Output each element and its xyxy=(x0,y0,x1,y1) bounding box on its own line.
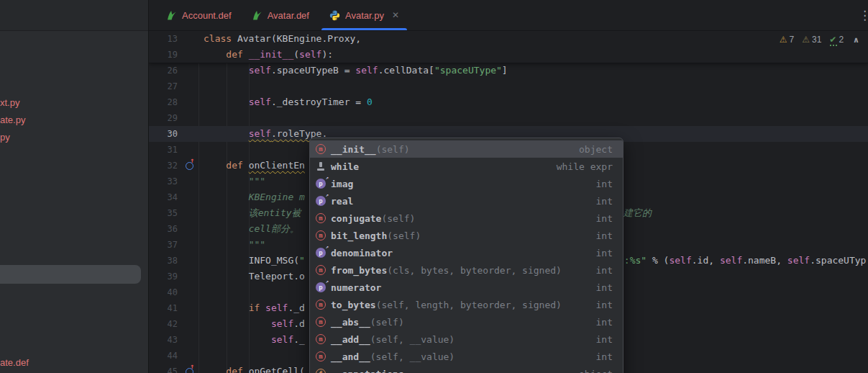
completion-type: int xyxy=(596,351,613,362)
completion-label: __annotations__ xyxy=(331,369,415,373)
warning-icon: ⚠ xyxy=(780,35,787,45)
line-number: 19 xyxy=(149,47,178,63)
completion-item[interactable]: real int xyxy=(310,192,623,210)
line-number: 37 xyxy=(149,237,178,253)
completion-kind-icon xyxy=(316,230,326,241)
tab-label: Account.def xyxy=(182,10,232,21)
sticky-lines-header: 13 class Avatar(KBEngine.Proxy, 19 def _… xyxy=(149,31,868,63)
sidebar-file-item[interactable]: xt.py xyxy=(0,94,148,112)
code-text: self.spaceUTypeB = self.cellData["spaceU… xyxy=(204,63,508,78)
line-number: 43 xyxy=(149,332,178,348)
completion-item[interactable]: from_bytes (cls, bytes, byteorder, signe… xyxy=(310,261,623,279)
project-sidebar: xt.pyate.pypy ate.def xyxy=(0,0,149,373)
tab-close-icon[interactable]: ✕ xyxy=(392,10,399,20)
code-text: Teleport.o xyxy=(204,269,305,284)
completion-type: object xyxy=(579,144,613,155)
code-editor[interactable]: 26 self.spaceUTypeB = self.cellData["spa… xyxy=(149,31,868,373)
line-number: 26 xyxy=(149,63,178,78)
completion-type: int xyxy=(596,265,613,276)
line-number: 38 xyxy=(149,253,178,269)
sidebar-file-item[interactable]: ate.def xyxy=(0,354,29,372)
completion-item[interactable]: numerator int xyxy=(310,279,623,296)
completion-label: bit_length xyxy=(331,230,387,241)
completion-kind-icon xyxy=(316,282,326,292)
completion-label: while xyxy=(331,161,359,172)
more-options-icon[interactable]: ⋮ xyxy=(859,0,868,31)
line-number: 32 xyxy=(149,158,178,174)
code-line[interactable]: 26 self.spaceUTypeB = self.cellData["spa… xyxy=(149,63,868,78)
line-number: 30 xyxy=(149,126,178,142)
completion-item[interactable]: __annotations__ object xyxy=(310,365,623,373)
completion-item[interactable]: while while expr xyxy=(310,158,623,175)
code-line[interactable]: 27 xyxy=(149,78,868,94)
passed-badge[interactable]: ✔ 2 xyxy=(829,35,844,45)
line-number: 35 xyxy=(149,205,178,221)
completion-type: while expr xyxy=(557,161,613,172)
code-text: self.roleType. xyxy=(204,126,327,142)
completion-kind-icon xyxy=(316,248,326,258)
editor-tab[interactable]: Avatar.def xyxy=(242,0,319,30)
weak-warnings-badge[interactable]: ⚠ 31 xyxy=(802,35,821,45)
project-tree: xt.pyate.pypy xyxy=(0,94,148,146)
file-type-icon xyxy=(252,10,262,21)
line-number: 33 xyxy=(149,174,178,189)
completion-params: (self) xyxy=(381,213,415,224)
sidebar-file-item[interactable]: ate.py xyxy=(0,112,148,129)
sidebar-file-item[interactable]: py xyxy=(0,129,148,146)
code-line[interactable]: 19 def __init__(self): xyxy=(149,47,868,63)
completion-label: __init__ xyxy=(331,144,376,155)
completion-params: (self) xyxy=(370,317,404,328)
check-icon: ✔ xyxy=(829,35,836,45)
code-text: INFO_MSG(" xyxy=(204,253,305,269)
inspection-widget[interactable]: ⚠ 7 ⚠ 31 ✔ 2 ∧ xyxy=(775,33,859,46)
line-number: 36 xyxy=(149,221,178,237)
code-text: """ xyxy=(204,174,265,189)
code-text: self._destroyTimer = 0 xyxy=(204,94,373,110)
completion-item[interactable]: bit_length (self) int xyxy=(310,227,623,244)
passed-count: 2 xyxy=(839,35,844,45)
completion-item[interactable]: to_bytes (self, length, byteorder, signe… xyxy=(310,296,623,313)
completion-params: (self, length, byteorder, signed) xyxy=(376,300,562,310)
override-gutter-icon[interactable] xyxy=(186,162,193,170)
completion-popup: __init__ (self) object while while expr … xyxy=(309,138,623,373)
completion-params: (self, __value) xyxy=(370,334,454,345)
completion-item[interactable]: __init__ (self) object xyxy=(310,140,623,158)
completion-item[interactable]: __abs__ (self) int xyxy=(310,313,623,331)
completion-type: int xyxy=(596,300,613,310)
line-number: 29 xyxy=(149,110,178,126)
weak-warning-icon: ⚠ xyxy=(802,35,810,45)
line-number: 31 xyxy=(149,142,178,158)
python-file-icon xyxy=(329,10,340,21)
completion-item[interactable]: __and__ (self, __value) int xyxy=(310,348,623,365)
override-gutter-icon[interactable] xyxy=(186,368,193,373)
warnings-badge[interactable]: ⚠ 7 xyxy=(780,35,794,45)
kbengine-file-icon xyxy=(252,10,262,21)
completion-label: __and__ xyxy=(331,351,370,362)
completion-type: int xyxy=(596,179,613,189)
tab-label: Avatar.py xyxy=(345,10,384,21)
tab-bar: Account.def Avatar.def Avatar.py ✕ xyxy=(149,0,868,31)
line-number: 42 xyxy=(149,316,178,332)
line-number: 28 xyxy=(149,94,178,110)
code-line[interactable]: 29 xyxy=(149,110,868,126)
sidebar-selected-row[interactable] xyxy=(0,265,141,284)
code-line[interactable]: 13 class Avatar(KBEngine.Proxy, xyxy=(149,31,868,47)
line-number: 44 xyxy=(149,348,178,364)
completion-label: from_bytes xyxy=(331,265,387,276)
completion-item[interactable]: conjugate (self) int xyxy=(310,210,623,227)
completion-item[interactable]: denominator int xyxy=(310,244,623,261)
completion-label: __abs__ xyxy=(331,317,370,328)
completion-label: conjugate xyxy=(331,213,381,224)
code-text: def onClientEn xyxy=(204,158,305,174)
completion-item[interactable]: __add__ (self, __value) int xyxy=(310,331,623,348)
completion-params: (self, __value) xyxy=(370,351,454,362)
code-text: if self._d xyxy=(204,300,305,316)
completion-type: object xyxy=(579,369,613,373)
editor-tab[interactable]: Avatar.py ✕ xyxy=(319,0,409,30)
editor-tab[interactable]: Account.def xyxy=(156,0,242,30)
code-line[interactable]: 28 self._destroyTimer = 0 xyxy=(149,94,868,110)
collapse-chevron-icon[interactable]: ∧ xyxy=(853,35,859,45)
code-text: self.d xyxy=(204,316,305,332)
completion-item[interactable]: imag int xyxy=(310,175,623,192)
completion-kind-icon xyxy=(316,334,326,344)
